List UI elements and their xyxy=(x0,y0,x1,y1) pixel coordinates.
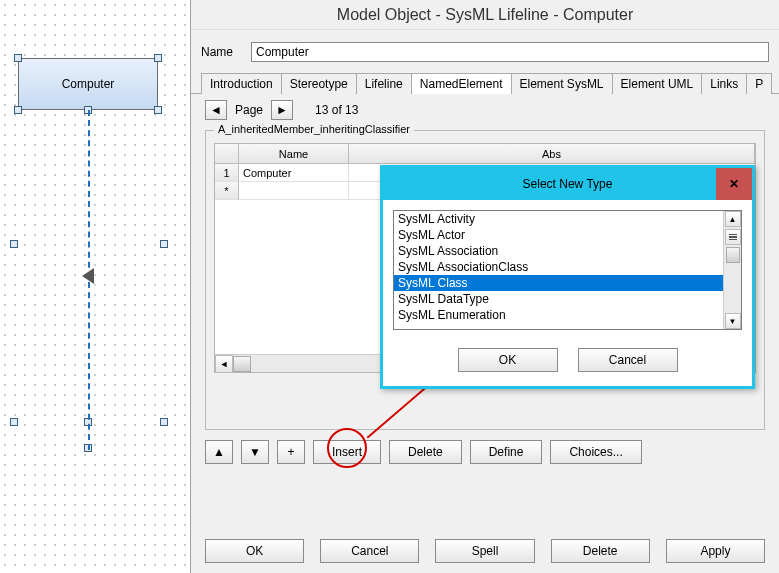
apply-button[interactable]: Apply xyxy=(666,539,765,563)
page-next-button[interactable]: ► xyxy=(271,100,293,120)
page-counter: 13 of 13 xyxy=(315,103,358,117)
resize-handle[interactable] xyxy=(14,106,22,114)
col-abs[interactable]: Abs xyxy=(349,144,755,163)
modal-cancel-button[interactable]: Cancel xyxy=(578,348,678,372)
list-item[interactable]: SysML Activity xyxy=(394,211,723,227)
tab-stereotype[interactable]: Stereotype xyxy=(281,73,357,94)
move-down-button[interactable]: ▼ xyxy=(241,440,269,464)
modal-title-text: Select New Type xyxy=(523,177,613,191)
resize-handle[interactable] xyxy=(160,418,168,426)
list-item[interactable]: SysML AssociationClass xyxy=(394,259,723,275)
spell-button[interactable]: Spell xyxy=(435,539,534,563)
list-item-selected[interactable]: SysML Class xyxy=(394,275,723,291)
tab-element-uml[interactable]: Element UML xyxy=(612,73,703,94)
triangle-up-icon: ▲ xyxy=(213,445,225,459)
cell-name[interactable]: Computer xyxy=(239,164,349,182)
delete-row-button[interactable]: Delete xyxy=(389,440,462,464)
resize-handle[interactable] xyxy=(14,54,22,62)
choices-button[interactable]: Choices... xyxy=(550,440,641,464)
delete-button[interactable]: Delete xyxy=(551,539,650,563)
resize-handle[interactable] xyxy=(154,106,162,114)
resize-handle[interactable] xyxy=(10,240,18,248)
list-item[interactable]: SysML Association xyxy=(394,243,723,259)
tab-strip: Introduction Stereotype Lifeline NamedEl… xyxy=(191,70,779,94)
resize-handle[interactable] xyxy=(154,54,162,62)
list-item[interactable]: SysML DataType xyxy=(394,291,723,307)
lifeline-box[interactable]: Computer xyxy=(18,58,158,110)
scroll-thumb[interactable] xyxy=(726,247,740,263)
list-item[interactable]: SysML Enumeration xyxy=(394,307,723,323)
name-input[interactable] xyxy=(251,42,769,62)
tab-element-sysml[interactable]: Element SysML xyxy=(511,73,613,94)
triangle-left-icon: ◄ xyxy=(210,103,222,117)
scroll-thumb[interactable] xyxy=(233,356,251,372)
scroll-left-button[interactable]: ◄ xyxy=(215,355,233,373)
type-listbox[interactable]: SysML Activity SysML Actor SysML Associa… xyxy=(393,210,742,330)
page-prev-button[interactable]: ◄ xyxy=(205,100,227,120)
vertical-scrollbar[interactable]: ▲ ▼ xyxy=(723,211,741,329)
triangle-right-icon: ► xyxy=(276,103,288,117)
diagram-canvas[interactable]: Computer xyxy=(0,0,190,573)
col-rownum[interactable] xyxy=(215,144,239,163)
plus-icon: + xyxy=(287,445,294,459)
message-arrow-icon xyxy=(82,268,94,284)
add-button[interactable]: + xyxy=(277,440,305,464)
row-number[interactable]: 1 xyxy=(215,164,239,182)
cell-name[interactable] xyxy=(239,182,349,200)
resize-handle[interactable] xyxy=(10,418,18,426)
move-up-button[interactable]: ▲ xyxy=(205,440,233,464)
modal-ok-button[interactable]: OK xyxy=(458,348,558,372)
resize-handle[interactable] xyxy=(160,240,168,248)
scroll-down-button[interactable]: ▼ xyxy=(725,313,741,329)
close-button[interactable]: ✕ xyxy=(716,168,752,200)
list-item[interactable]: SysML Actor xyxy=(394,227,723,243)
scroll-up-button[interactable]: ▲ xyxy=(725,211,741,227)
tab-namedelement[interactable]: NamedElement xyxy=(411,73,512,94)
tab-introduction[interactable]: Introduction xyxy=(201,73,282,94)
select-new-type-dialog: Select New Type ✕ SysML Activity SysML A… xyxy=(380,165,755,389)
define-button[interactable]: Define xyxy=(470,440,543,464)
tab-links[interactable]: Links xyxy=(701,73,747,94)
fieldset-legend: A_inheritedMember_inheritingClassifier xyxy=(214,123,414,135)
page-label: Page xyxy=(235,103,263,117)
modal-title: Select New Type ✕ xyxy=(383,168,752,200)
cancel-button[interactable]: Cancel xyxy=(320,539,419,563)
tab-lifeline[interactable]: Lifeline xyxy=(356,73,412,94)
lifeline-label: Computer xyxy=(62,77,115,91)
ok-button[interactable]: OK xyxy=(205,539,304,563)
tab-overflow[interactable]: P xyxy=(746,73,772,94)
close-icon: ✕ xyxy=(729,177,739,191)
scroll-options-icon[interactable] xyxy=(725,229,741,245)
name-label: Name xyxy=(201,45,251,59)
triangle-down-icon: ▼ xyxy=(249,445,261,459)
insert-button[interactable]: Insert xyxy=(313,440,381,464)
dialog-title: Model Object - SysML Lifeline - Computer xyxy=(191,0,779,30)
row-number[interactable]: * xyxy=(215,182,239,200)
col-name[interactable]: Name xyxy=(239,144,349,163)
